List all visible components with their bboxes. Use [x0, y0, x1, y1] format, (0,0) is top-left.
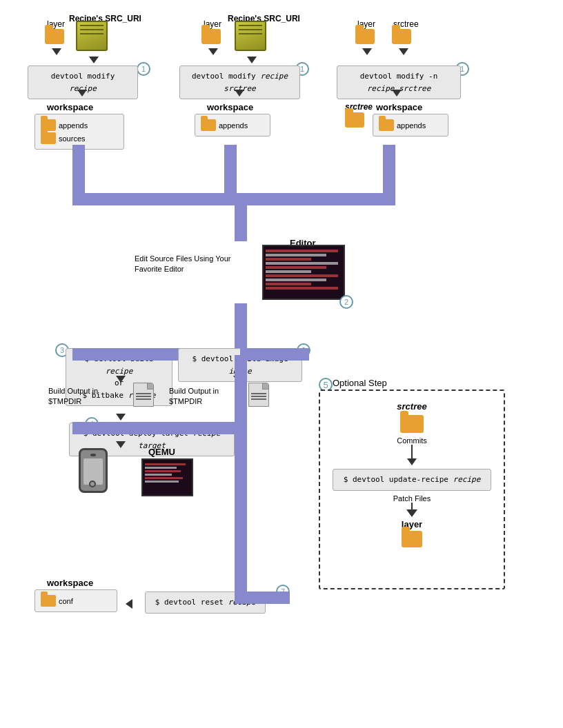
col1-arrow1: [52, 48, 61, 55]
col1-arrow2: [89, 57, 99, 63]
col3-workspace-label: workspace: [376, 102, 422, 112]
qemu-terminal: [141, 458, 193, 496]
phone-icon: [76, 448, 110, 496]
col1-layer-folder: [45, 29, 64, 44]
build1-arrow: [116, 376, 126, 383]
col3-arrow1: [362, 48, 372, 55]
col2-arrow2: [247, 57, 257, 63]
blue-bar-to-build: [235, 303, 247, 352]
qemu-label: QEMU: [148, 447, 175, 457]
arrow-deploy-down: [116, 441, 126, 448]
blue-bar-to-reset: [235, 592, 290, 604]
col2-arrow3: [235, 90, 244, 97]
col3-arrow2: [399, 48, 408, 55]
col3-layer-folder: [355, 29, 375, 44]
optional-dashed-box: srctree Commits $ devtool update-recipe …: [319, 390, 505, 589]
col2-arrow1: [208, 48, 218, 55]
col3-workspace-box: appends: [373, 114, 448, 136]
blue-bar-col1: [72, 145, 85, 200]
col3-arrow3-a: [392, 90, 402, 97]
reset-arrow: [126, 599, 132, 609]
blue-bar-col3: [383, 145, 395, 200]
col3-srctree-folder: [392, 29, 411, 44]
optional-srctree-label: srctree: [327, 401, 497, 412]
blue-bar-col2: [224, 145, 237, 200]
col1-step-circle: 1: [137, 62, 150, 76]
col2-server-icon: [235, 21, 269, 55]
blue-bar-horizontal-top: [72, 193, 395, 205]
blue-bar-main-v: [235, 355, 247, 596]
blue-bar-deploy: [72, 422, 240, 434]
build-out-label-1: Build Output in $TMPDIR: [48, 386, 131, 407]
col2-layer-folder: [201, 29, 221, 44]
optional-label: Optional Step: [333, 378, 387, 388]
col2-workspace-box: appends: [195, 114, 270, 136]
optional-cmd-box: $ devtool update-recipe recipe: [333, 469, 491, 491]
reset-workspace-label: workspace: [47, 578, 93, 588]
blue-bar-center-down: [235, 200, 247, 241]
editor-terminal: [262, 245, 345, 300]
blue-bar-to-3b: [240, 348, 309, 361]
arrow-to-deploy: [116, 414, 126, 421]
optional-srctree-folder: [327, 415, 497, 433]
step2-circle: 2: [339, 295, 353, 309]
col3-srctree2-folder: [345, 112, 364, 128]
optional-commits-flow: Commits: [327, 436, 497, 465]
diagram-container: layer Recipe's SRC_URI 1 devtool modify …: [0, 0, 563, 728]
col1-workspace-label: workspace: [47, 102, 93, 112]
edit-text: Edit Source Files Using Your Favorite Ed…: [135, 254, 238, 275]
col1-arrow3: [77, 90, 87, 97]
optional-patch-flow: Patch Files layer: [327, 494, 497, 547]
reset-workspace-box: conf: [34, 589, 117, 612]
doc-icon-1: [133, 383, 154, 407]
col2-workspace-label: workspace: [207, 102, 253, 112]
col1-server-icon: [76, 21, 110, 55]
